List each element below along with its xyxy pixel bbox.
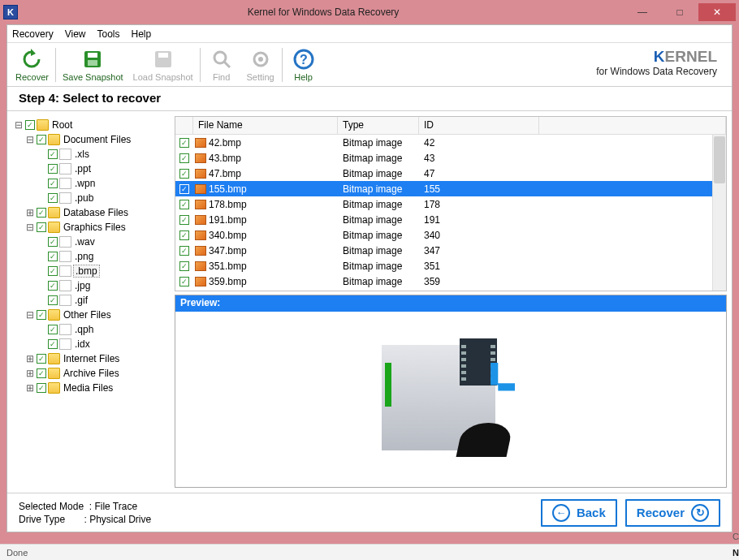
tree-graphics-files[interactable]: ⊟✓Graphics Files — [14, 220, 170, 235]
titlebar[interactable]: K Kernel for Windows Data Recovery — □ ✕ — [0, 0, 739, 24]
back-button[interactable]: ← Back — [541, 499, 617, 527]
maximize-button[interactable]: □ — [661, 3, 698, 21]
tree-archive-files[interactable]: ⊞✓Archive Files — [14, 366, 170, 381]
minimize-button[interactable]: — — [624, 3, 661, 21]
tree-other-files[interactable]: ⊟✓Other Files — [14, 308, 170, 322]
menu-view[interactable]: View — [65, 28, 86, 40]
menu-recovery[interactable]: Recovery — [12, 28, 54, 40]
scroll-thumb[interactable] — [714, 136, 725, 183]
tree-database-files[interactable]: ⊞✓Database Files — [14, 205, 170, 220]
table-row[interactable]: ✓47.bmpBitmap image47 — [175, 166, 726, 181]
file-icon — [59, 163, 71, 174]
tree-gif[interactable]: ✓.gif — [14, 293, 170, 308]
table-row[interactable]: ✓347.bmpBitmap image347 — [175, 243, 726, 258]
table-row[interactable]: ✓43.bmpBitmap image43 — [175, 150, 726, 166]
tree-checkbox[interactable]: ✓ — [37, 383, 46, 393]
tree-checkbox[interactable]: ✓ — [48, 193, 58, 203]
tree-panel[interactable]: ⊟✓Root⊟✓Document Files✓.xls✓.ppt✓.wpn✓.p… — [12, 116, 171, 488]
tree-root[interactable]: ⊟✓Root — [14, 118, 170, 132]
table-row[interactable]: ✓178.bmpBitmap image178 — [175, 196, 726, 212]
tree-wpn[interactable]: ✓.wpn — [14, 176, 170, 191]
tree-checkbox[interactable]: ✓ — [48, 252, 58, 261]
bmp-icon — [195, 169, 206, 179]
back-arrow-icon: ← — [552, 504, 570, 522]
tree-wav[interactable]: ✓.wav — [14, 235, 170, 249]
file-type: Bitmap image — [338, 168, 419, 179]
tree-twisty[interactable]: ⊞ — [25, 382, 35, 394]
tree-twisty[interactable]: ⊞ — [25, 353, 35, 364]
tree-twisty[interactable]: ⊟ — [25, 222, 35, 233]
row-checkbox[interactable]: ✓ — [179, 230, 189, 240]
tree-checkbox[interactable]: ✓ — [37, 208, 46, 218]
table-row[interactable]: ✓42.bmpBitmap image42 — [175, 135, 726, 150]
menubar: Recovery View Tools Help — [7, 25, 732, 43]
file-id: 347 — [419, 245, 539, 256]
table-row[interactable]: ✓351.bmpBitmap image351 — [175, 258, 726, 274]
toolbar-recover[interactable]: Recover — [11, 46, 54, 84]
tree-checkbox[interactable]: ✓ — [37, 310, 46, 320]
tree-document-files[interactable]: ⊟✓Document Files — [14, 132, 170, 147]
tree-pub[interactable]: ✓.pub — [14, 191, 170, 205]
tree-checkbox[interactable]: ✓ — [48, 164, 58, 174]
menu-tools[interactable]: Tools — [97, 28, 119, 40]
file-id: 359 — [419, 276, 539, 287]
table-row[interactable]: ✓359.bmpBitmap image359 — [175, 274, 726, 289]
tree-ppt[interactable]: ✓.ppt — [14, 162, 170, 176]
file-list[interactable]: File Name Type ID ✓42.bmpBitmap image42✓… — [175, 116, 727, 291]
tree-png[interactable]: ✓.png — [14, 249, 170, 264]
tree-twisty[interactable]: ⊟ — [25, 134, 35, 145]
tree-checkbox[interactable]: ✓ — [48, 266, 58, 276]
row-checkbox[interactable]: ✓ — [179, 261, 189, 271]
col-id[interactable]: ID — [419, 117, 539, 134]
menu-help[interactable]: Help — [132, 28, 152, 40]
tree-jpg[interactable]: ✓.jpg — [14, 278, 170, 293]
scrollbar[interactable] — [712, 135, 726, 291]
row-checkbox[interactable]: ✓ — [179, 138, 189, 148]
tree-checkbox[interactable]: ✓ — [48, 339, 58, 349]
recover-button[interactable]: Recover ↻ — [625, 499, 720, 527]
col-type[interactable]: Type — [338, 117, 419, 134]
toolbar-help[interactable]: ? Help — [284, 46, 323, 84]
tree-xls[interactable]: ✓.xls — [14, 147, 170, 162]
svg-line-6 — [224, 62, 230, 67]
tree-internet-files[interactable]: ⊞✓Internet Files — [14, 351, 170, 366]
row-checkbox[interactable]: ✓ — [179, 169, 189, 179]
toolbar-save-snapshot[interactable]: Save Snapshot — [58, 46, 128, 84]
tree-checkbox[interactable]: ✓ — [25, 120, 35, 130]
file-icon — [59, 338, 71, 350]
tree-checkbox[interactable]: ✓ — [37, 368, 46, 378]
tree-checkbox[interactable]: ✓ — [37, 222, 46, 232]
list-header[interactable]: File Name Type ID — [175, 117, 726, 135]
table-row[interactable]: ✓340.bmpBitmap image340 — [175, 227, 726, 243]
row-checkbox[interactable]: ✓ — [179, 200, 189, 209]
row-checkbox[interactable]: ✓ — [179, 184, 189, 194]
tree-checkbox[interactable]: ✓ — [48, 179, 58, 188]
tree-checkbox[interactable]: ✓ — [48, 281, 58, 291]
tree-checkbox[interactable]: ✓ — [48, 295, 58, 305]
col-filename[interactable]: File Name — [193, 117, 338, 134]
row-checkbox[interactable]: ✓ — [179, 246, 189, 256]
tree-checkbox[interactable]: ✓ — [48, 325, 58, 334]
table-row[interactable]: ✓155.bmpBitmap image155 — [175, 181, 726, 196]
tree-checkbox[interactable]: ✓ — [48, 149, 58, 159]
tree-label: Archive Files — [62, 368, 121, 379]
table-row[interactable]: ✓191.bmpBitmap image191 — [175, 212, 726, 227]
tree-checkbox[interactable]: ✓ — [37, 354, 46, 364]
tree-bmp[interactable]: ✓.bmp — [14, 264, 170, 278]
tree-twisty[interactable]: ⊞ — [25, 207, 35, 218]
row-checkbox[interactable]: ✓ — [179, 215, 189, 225]
tree-label: Root — [50, 119, 74, 131]
close-button[interactable]: ✕ — [698, 3, 736, 21]
row-checkbox[interactable]: ✓ — [179, 153, 189, 163]
tree-idx[interactable]: ✓.idx — [14, 337, 170, 351]
file-icon — [59, 236, 71, 248]
tree-twisty[interactable]: ⊞ — [25, 368, 35, 379]
tree-checkbox[interactable]: ✓ — [48, 237, 58, 247]
tree-twisty[interactable]: ⊟ — [25, 309, 35, 321]
tree-twisty[interactable]: ⊟ — [14, 119, 24, 131]
tree-media-files[interactable]: ⊞✓Media Files — [14, 381, 170, 395]
file-id: 155 — [419, 183, 539, 195]
row-checkbox[interactable]: ✓ — [179, 277, 189, 286]
tree-qph[interactable]: ✓.qph — [14, 322, 170, 337]
tree-checkbox[interactable]: ✓ — [37, 135, 46, 144]
